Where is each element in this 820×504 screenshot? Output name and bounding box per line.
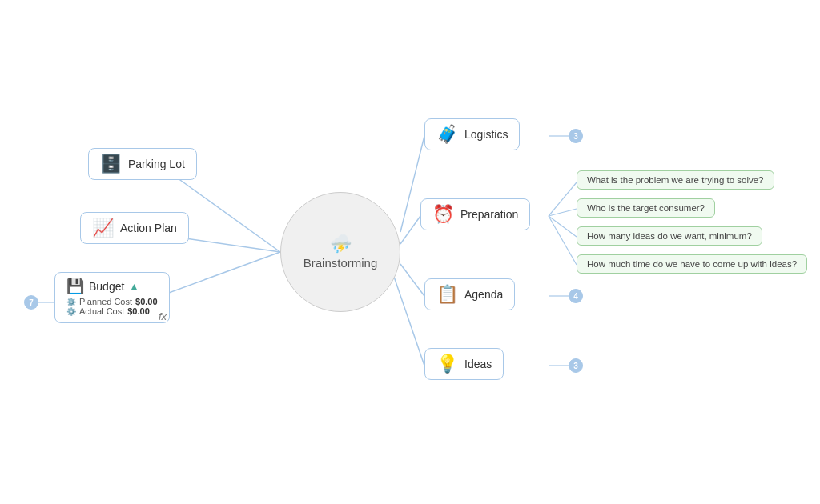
logistics-label: Logistics bbox=[464, 128, 508, 141]
mind-map-canvas: ⛈️ Brainstorming 🗄️ Parking Lot 📈 Action… bbox=[0, 0, 820, 504]
planned-value: $0.00 bbox=[135, 297, 158, 306]
ideas-label: Ideas bbox=[464, 358, 492, 370]
planned-label: Planned Cost bbox=[79, 297, 132, 306]
question-1-text: What is the problem we are trying to sol… bbox=[587, 175, 764, 185]
svg-line-10 bbox=[549, 216, 577, 265]
logistics-badge: 3 bbox=[569, 129, 583, 143]
actual-label: Actual Cost bbox=[79, 306, 124, 316]
luggage-icon: 🧳 bbox=[436, 126, 458, 143]
agenda-badge: 4 bbox=[569, 289, 583, 303]
preparation-node[interactable]: ⏰ Preparation bbox=[420, 198, 530, 230]
logistics-node[interactable]: 🧳 Logistics bbox=[424, 118, 520, 150]
storm-icon: ⛈️ bbox=[330, 235, 352, 253]
svg-line-7 bbox=[549, 182, 577, 216]
center-node[interactable]: ⛈️ Brainstorming bbox=[280, 192, 400, 312]
action-plan-label: Action Plan bbox=[120, 222, 177, 234]
ideas-badge: 3 bbox=[569, 358, 583, 373]
parking-lot-node[interactable]: 🗄️ Parking Lot bbox=[88, 148, 197, 180]
connection-lines bbox=[0, 0, 820, 504]
ideas-node[interactable]: 💡 Ideas bbox=[424, 348, 504, 380]
gear-icon-planned: ⚙️ bbox=[66, 298, 76, 306]
center-label: Brainstorming bbox=[303, 256, 378, 270]
budget-label: Budget bbox=[89, 280, 124, 293]
question-3-text: How many ideas do we want, minimum? bbox=[587, 231, 752, 241]
planned-cost-row: ⚙️ Planned Cost $0.00 bbox=[66, 297, 158, 306]
clock-icon: ⏰ bbox=[432, 206, 454, 223]
agenda-label: Agenda bbox=[464, 288, 503, 301]
budget-icon: 💾 bbox=[66, 279, 84, 294]
question-2[interactable]: Who is the target consumer? bbox=[577, 198, 715, 218]
chart-icon: 📈 bbox=[92, 219, 114, 237]
svg-line-6 bbox=[392, 272, 424, 366]
action-plan-node[interactable]: 📈 Action Plan bbox=[80, 212, 189, 244]
clipboard-icon: 📋 bbox=[436, 286, 458, 303]
budget-title: 💾 Budget ▲ bbox=[66, 279, 158, 294]
svg-line-5 bbox=[400, 264, 424, 296]
lightbulb-icon: 💡 bbox=[436, 355, 458, 373]
preparation-label: Preparation bbox=[460, 208, 518, 221]
fx-label: fx bbox=[159, 310, 167, 322]
cabinet-icon: 🗄️ bbox=[100, 155, 122, 173]
agenda-node[interactable]: 📋 Agenda bbox=[424, 278, 515, 310]
question-2-text: Who is the target consumer? bbox=[587, 203, 705, 213]
budget-up-arrow: ▲ bbox=[129, 281, 139, 292]
svg-line-8 bbox=[549, 209, 577, 216]
actual-value: $0.00 bbox=[127, 306, 150, 316]
gear-icon-actual: ⚙️ bbox=[66, 307, 76, 316]
budget-badge: 7 bbox=[24, 295, 38, 310]
question-1[interactable]: What is the problem we are trying to sol… bbox=[577, 170, 774, 190]
svg-line-9 bbox=[549, 216, 577, 237]
question-3[interactable]: How many ideas do we want, minimum? bbox=[577, 226, 762, 246]
question-4-text: How much time do we have to come up with… bbox=[587, 259, 797, 269]
parking-lot-label: Parking Lot bbox=[128, 158, 185, 170]
svg-line-4 bbox=[400, 216, 420, 244]
actual-cost-row: ⚙️ Actual Cost $0.00 bbox=[66, 306, 158, 316]
question-4[interactable]: How much time do we have to come up with… bbox=[577, 254, 807, 274]
budget-node[interactable]: 💾 Budget ▲ ⚙️ Planned Cost $0.00 ⚙️ Actu… bbox=[54, 272, 170, 323]
